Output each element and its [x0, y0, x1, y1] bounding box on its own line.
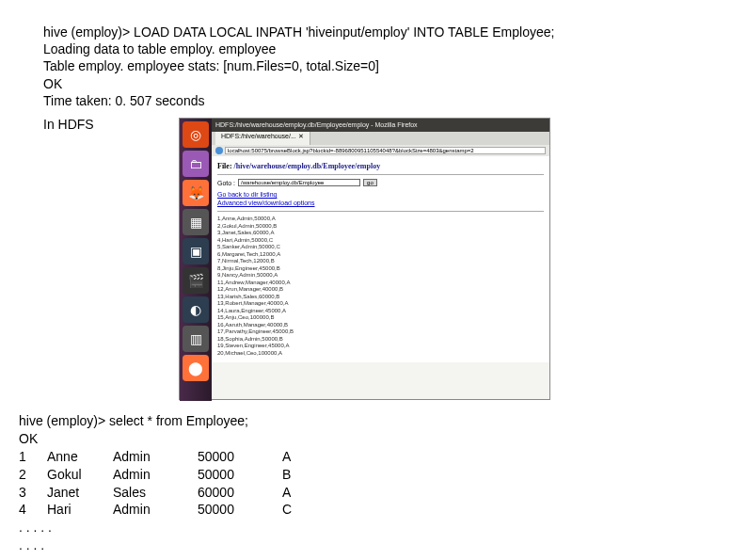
- cell-name: Hari: [47, 501, 113, 519]
- cell-grade: C: [282, 501, 310, 519]
- go-button[interactable]: go: [363, 179, 377, 186]
- select-cmd: hive (employ)> select * from Employee;: [19, 412, 310, 430]
- hive-select-output: hive (employ)> select * from Employee; O…: [0, 405, 310, 554]
- video-icon[interactable]: 🎬: [183, 267, 209, 294]
- divider: [217, 174, 544, 175]
- ellipsis: . . . . .: [19, 519, 310, 536]
- goto-row: Goto : go: [217, 177, 544, 188]
- ubuntu-dock: ◎ 🗀 🦊 ▦ ▣ 🎬 ◐ ▥ ⬤: [180, 119, 212, 401]
- goto-label: Goto :: [217, 180, 235, 186]
- divider: [217, 211, 544, 212]
- app-icon[interactable]: ⬤: [183, 355, 209, 381]
- browser-urlbar: [180, 145, 549, 156]
- data-row: 15,Anju,Ceo,100000,B: [217, 314, 544, 322]
- eclipse-icon[interactable]: ◐: [183, 296, 209, 323]
- data-row: 13,Robert,Manager,40000,A: [217, 300, 544, 308]
- data-row: 6,Margaret,Tech,12000,A: [217, 251, 544, 259]
- cell-salary: 50000: [198, 466, 282, 484]
- cell-role: Sales: [113, 484, 198, 502]
- ellipsis: . . . .: [19, 536, 310, 554]
- cell-name: Gokul: [47, 466, 113, 484]
- data-row: 7,Nirmal,Tech,12000,B: [217, 258, 544, 265]
- table-row: 2GokulAdmin50000B: [19, 466, 310, 484]
- cell-id: 3: [19, 484, 47, 502]
- file-heading: File: /hive/warehouse/employ.db/Employee…: [217, 160, 544, 172]
- browser-tab[interactable]: HDFS:/hive/warehouse/... ✕: [215, 132, 310, 145]
- select-ok: OK: [19, 430, 310, 448]
- nav-links: Go back to dir listing Advanced view/dow…: [217, 188, 544, 209]
- data-row: 4,Hari,Admin,50000,C: [217, 237, 544, 245]
- cell-role: Admin: [113, 448, 198, 466]
- app-icon[interactable]: ▥: [183, 326, 209, 352]
- data-row: 12,Arun,Manager,40000,B: [217, 286, 544, 294]
- table-row: 1AnneAdmin50000A: [19, 448, 310, 466]
- page-content: File: /hive/warehouse/employ.db/Employee…: [180, 156, 549, 362]
- cell-grade: A: [282, 484, 310, 502]
- back-to-dir-link[interactable]: Go back to dir listing: [217, 191, 277, 198]
- hive-line: hive (employ)> LOAD DATA LOCAL INPATH 'h…: [43, 24, 747, 40]
- window-titlebar: HDFS:/hive/warehouse/employ.db/Employee/…: [180, 119, 549, 132]
- files-icon[interactable]: 🗀: [183, 151, 209, 177]
- hive-line: Table employ. employee stats: [num.Files…: [43, 57, 747, 74]
- data-row: 11,Andrew,Manager,40000,A: [217, 280, 544, 287]
- file-label: File:: [217, 162, 234, 170]
- cell-salary: 50000: [198, 448, 282, 466]
- cell-role: Admin: [113, 501, 198, 519]
- app-icon[interactable]: ▦: [183, 209, 209, 235]
- data-row: 13,Harish,Sales,60000,B: [217, 294, 544, 301]
- data-row: 3,Janet,Sales,60000,A: [217, 230, 544, 237]
- data-row: 8,Jinju,Engineer,45000,B: [217, 265, 544, 273]
- terminal-icon[interactable]: ▣: [183, 238, 209, 264]
- cell-role: Admin: [113, 466, 198, 484]
- data-row: 9,Nancy,Admin,50000,A: [217, 272, 544, 280]
- ubuntu-icon[interactable]: ◎: [183, 121, 209, 148]
- cell-salary: 50000: [198, 501, 282, 519]
- hive-line: Loading data to table employ. employee: [43, 40, 747, 57]
- cell-grade: B: [282, 466, 310, 484]
- table-row: 3JanetSales60000A: [19, 484, 310, 502]
- file-path: /hive/warehouse/employ.db/Employee/emplo…: [234, 162, 381, 170]
- data-row: 19,Steven,Engineer,45000,A: [217, 343, 544, 350]
- data-row: 14,Laura,Engineer,45000,A: [217, 308, 544, 315]
- cell-id: 2: [19, 466, 47, 484]
- firefox-icon[interactable]: 🦊: [183, 180, 209, 206]
- address-input[interactable]: [225, 147, 546, 154]
- browser-screenshot: ◎ 🗀 🦊 ▦ ▣ 🎬 ◐ ▥ ⬤ HDFS:/hive/warehouse/e…: [179, 118, 550, 400]
- cell-salary: 60000: [198, 484, 282, 502]
- data-row: 2,Gokul,Admin,50000,B: [217, 223, 544, 231]
- cell-name: Anne: [47, 448, 113, 466]
- browser-tabbar: HDFS:/hive/warehouse/... ✕: [180, 132, 549, 145]
- data-row: 20,Michael,Ceo,100000,A: [217, 350, 544, 358]
- goto-input[interactable]: [238, 179, 360, 186]
- hive-line: OK: [43, 75, 747, 92]
- cell-grade: A: [282, 448, 310, 466]
- data-row: 18,Sophia,Admin,50000,B: [217, 336, 544, 344]
- hive-line: Time taken: 0. 507 seconds: [43, 92, 747, 109]
- hive-load-output: hive (employ)> LOAD DATA LOCAL INPATH 'h…: [0, 0, 747, 109]
- file-data: 1,Anne,Admin,50000,A2,Gokul,Admin,50000,…: [217, 214, 544, 359]
- cell-name: Janet: [47, 484, 113, 502]
- table-row: 4HariAdmin50000C: [19, 501, 310, 519]
- cell-id: 1: [19, 448, 47, 466]
- result-rows: 1AnneAdmin50000A2GokulAdmin50000B3JanetS…: [19, 448, 310, 520]
- cell-id: 4: [19, 501, 47, 519]
- data-row: 1,Anne,Admin,50000,A: [217, 216, 544, 223]
- globe-icon: [215, 147, 223, 154]
- data-row: 17,Parvathy,Engineer,45000,B: [217, 328, 544, 336]
- data-row: 16,Aaruth,Manager,40000,B: [217, 322, 544, 329]
- advanced-view-link[interactable]: Advanced view/download options: [217, 200, 315, 206]
- data-row: 5,Sanker,Admin,50000,C: [217, 244, 544, 251]
